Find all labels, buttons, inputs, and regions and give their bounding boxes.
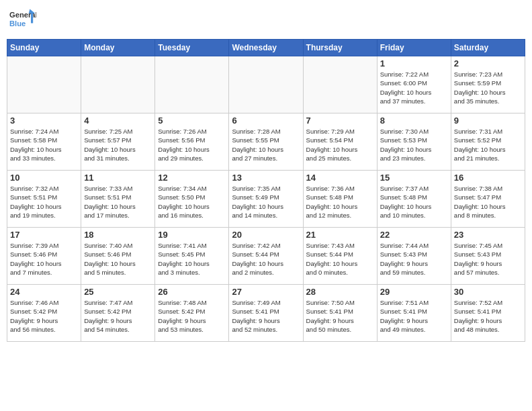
calendar-cell [303, 56, 377, 113]
calendar-cell [229, 56, 303, 113]
day-number: 25 [84, 287, 152, 297]
day-info: Sunrise: 7:23 AMSunset: 5:59 PMDaylight:… [454, 70, 522, 105]
day-number: 28 [306, 287, 374, 297]
calendar-cell: 3Sunrise: 7:24 AMSunset: 5:58 PMDaylight… [7, 113, 81, 171]
calendar-cell: 28Sunrise: 7:50 AMSunset: 5:41 PMDayligh… [303, 285, 377, 342]
calendar-cell: 26Sunrise: 7:48 AMSunset: 5:42 PMDayligh… [155, 285, 229, 342]
calendar-cell: 4Sunrise: 7:25 AMSunset: 5:57 PMDaylight… [81, 113, 155, 171]
day-number: 18 [84, 230, 152, 240]
calendar-cell: 2Sunrise: 7:23 AMSunset: 5:59 PMDaylight… [451, 56, 525, 113]
day-info: Sunrise: 7:39 AMSunset: 5:46 PMDaylight:… [10, 241, 78, 277]
day-info: Sunrise: 7:26 AMSunset: 5:56 PMDaylight:… [158, 127, 226, 163]
calendar-cell: 30Sunrise: 7:52 AMSunset: 5:41 PMDayligh… [451, 285, 525, 342]
day-number: 20 [232, 230, 300, 240]
day-info: Sunrise: 7:49 AMSunset: 5:41 PMDaylight:… [232, 298, 300, 334]
day-number: 8 [380, 116, 448, 126]
day-number: 23 [454, 230, 522, 240]
day-number: 27 [232, 287, 300, 297]
day-number: 24 [10, 287, 78, 297]
day-info: Sunrise: 7:46 AMSunset: 5:42 PMDaylight:… [10, 298, 78, 334]
day-number: 5 [158, 116, 226, 126]
calendar-week-5: 24Sunrise: 7:46 AMSunset: 5:42 PMDayligh… [7, 285, 525, 342]
calendar-table: SundayMondayTuesdayWednesdayThursdayFrid… [7, 39, 525, 342]
calendar-cell: 25Sunrise: 7:47 AMSunset: 5:42 PMDayligh… [81, 285, 155, 342]
day-number: 15 [380, 173, 448, 183]
day-number: 12 [158, 173, 226, 183]
day-number: 19 [158, 230, 226, 240]
day-info: Sunrise: 7:24 AMSunset: 5:58 PMDaylight:… [10, 127, 78, 163]
weekday-header-saturday: Saturday [451, 40, 525, 56]
day-info: Sunrise: 7:52 AMSunset: 5:41 PMDaylight:… [454, 298, 522, 334]
day-info: Sunrise: 7:44 AMSunset: 5:43 PMDaylight:… [380, 241, 448, 277]
calendar-cell: 16Sunrise: 7:38 AMSunset: 5:47 PMDayligh… [451, 171, 525, 228]
day-number: 22 [380, 230, 448, 240]
calendar-week-2: 3Sunrise: 7:24 AMSunset: 5:58 PMDaylight… [7, 113, 525, 171]
calendar-cell: 8Sunrise: 7:30 AMSunset: 5:53 PMDaylight… [377, 113, 451, 171]
day-info: Sunrise: 7:48 AMSunset: 5:42 PMDaylight:… [158, 298, 226, 334]
calendar-cell [7, 56, 81, 113]
weekday-header-monday: Monday [81, 40, 155, 56]
calendar-cell [155, 56, 229, 113]
calendar-cell: 12Sunrise: 7:34 AMSunset: 5:50 PMDayligh… [155, 171, 229, 228]
day-info: Sunrise: 7:41 AMSunset: 5:45 PMDaylight:… [158, 241, 226, 277]
calendar-cell: 7Sunrise: 7:29 AMSunset: 5:54 PMDaylight… [303, 113, 377, 171]
day-info: Sunrise: 7:45 AMSunset: 5:43 PMDaylight:… [454, 241, 522, 277]
day-info: Sunrise: 7:40 AMSunset: 5:46 PMDaylight:… [84, 241, 152, 277]
day-number: 3 [10, 116, 78, 126]
calendar-cell [81, 56, 155, 113]
svg-text:Blue: Blue [9, 19, 26, 28]
day-number: 11 [84, 173, 152, 183]
day-number: 10 [10, 173, 78, 183]
weekday-header-row: SundayMondayTuesdayWednesdayThursdayFrid… [7, 40, 525, 56]
calendar-cell: 19Sunrise: 7:41 AMSunset: 5:45 PMDayligh… [155, 228, 229, 285]
day-info: Sunrise: 7:36 AMSunset: 5:48 PMDaylight:… [306, 184, 374, 220]
calendar-cell: 1Sunrise: 7:22 AMSunset: 6:00 PMDaylight… [377, 56, 451, 113]
day-number: 29 [380, 287, 448, 297]
day-number: 14 [306, 173, 374, 183]
calendar-week-4: 17Sunrise: 7:39 AMSunset: 5:46 PMDayligh… [7, 228, 525, 285]
weekday-header-wednesday: Wednesday [229, 40, 303, 56]
day-info: Sunrise: 7:37 AMSunset: 5:48 PMDaylight:… [380, 184, 448, 220]
day-info: Sunrise: 7:33 AMSunset: 5:51 PMDaylight:… [84, 184, 152, 220]
day-number: 13 [232, 173, 300, 183]
day-number: 6 [232, 116, 300, 126]
weekday-header-sunday: Sunday [7, 40, 81, 56]
weekday-header-tuesday: Tuesday [155, 40, 229, 56]
day-info: Sunrise: 7:30 AMSunset: 5:53 PMDaylight:… [380, 127, 448, 163]
calendar-cell: 21Sunrise: 7:43 AMSunset: 5:44 PMDayligh… [303, 228, 377, 285]
day-info: Sunrise: 7:51 AMSunset: 5:41 PMDaylight:… [380, 298, 448, 334]
calendar-week-1: 1Sunrise: 7:22 AMSunset: 6:00 PMDaylight… [7, 56, 525, 113]
weekday-header-thursday: Thursday [303, 40, 377, 56]
calendar-cell: 24Sunrise: 7:46 AMSunset: 5:42 PMDayligh… [7, 285, 81, 342]
day-info: Sunrise: 7:38 AMSunset: 5:47 PMDaylight:… [454, 184, 522, 220]
day-info: Sunrise: 7:42 AMSunset: 5:44 PMDaylight:… [232, 241, 300, 277]
calendar-cell: 5Sunrise: 7:26 AMSunset: 5:56 PMDaylight… [155, 113, 229, 171]
day-info: Sunrise: 7:43 AMSunset: 5:44 PMDaylight:… [306, 241, 374, 277]
calendar-cell: 9Sunrise: 7:31 AMSunset: 5:52 PMDaylight… [451, 113, 525, 171]
day-info: Sunrise: 7:25 AMSunset: 5:57 PMDaylight:… [84, 127, 152, 163]
day-number: 9 [454, 116, 522, 126]
calendar-week-3: 10Sunrise: 7:32 AMSunset: 5:51 PMDayligh… [7, 171, 525, 228]
day-number: 1 [380, 58, 448, 68]
day-info: Sunrise: 7:22 AMSunset: 6:00 PMDaylight:… [380, 70, 448, 105]
day-number: 30 [454, 287, 522, 297]
weekday-header-friday: Friday [377, 40, 451, 56]
day-info: Sunrise: 7:35 AMSunset: 5:49 PMDaylight:… [232, 184, 300, 220]
day-number: 17 [10, 230, 78, 240]
day-info: Sunrise: 7:28 AMSunset: 5:55 PMDaylight:… [232, 127, 300, 163]
day-number: 21 [306, 230, 374, 240]
day-info: Sunrise: 7:31 AMSunset: 5:52 PMDaylight:… [454, 127, 522, 163]
day-number: 7 [306, 116, 374, 126]
page-header: General Blue [7, 7, 525, 34]
day-number: 26 [158, 287, 226, 297]
calendar-cell: 6Sunrise: 7:28 AMSunset: 5:55 PMDaylight… [229, 113, 303, 171]
calendar-cell: 10Sunrise: 7:32 AMSunset: 5:51 PMDayligh… [7, 171, 81, 228]
day-info: Sunrise: 7:47 AMSunset: 5:42 PMDaylight:… [84, 298, 152, 334]
day-number: 2 [454, 58, 522, 68]
day-info: Sunrise: 7:32 AMSunset: 5:51 PMDaylight:… [10, 184, 78, 220]
logo: General Blue [9, 7, 36, 34]
day-info: Sunrise: 7:34 AMSunset: 5:50 PMDaylight:… [158, 184, 226, 220]
calendar-cell: 29Sunrise: 7:51 AMSunset: 5:41 PMDayligh… [377, 285, 451, 342]
calendar-cell: 11Sunrise: 7:33 AMSunset: 5:51 PMDayligh… [81, 171, 155, 228]
day-number: 16 [454, 173, 522, 183]
